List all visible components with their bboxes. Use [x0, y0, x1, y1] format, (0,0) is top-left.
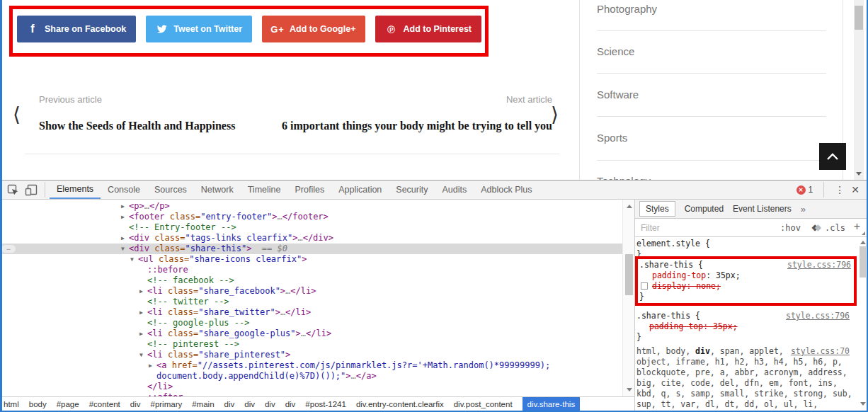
devtools-close-icon[interactable]: ✕: [851, 184, 860, 195]
scrollbar-up-arrow-icon[interactable]: [627, 205, 632, 208]
styles-filter-input[interactable]: Filter: [641, 223, 660, 233]
dom-node-line[interactable]: ▶<li class="share_facebook">…</li>: [139, 286, 316, 297]
element-style-selector[interactable]: element.style {: [636, 239, 852, 249]
inspect-element-icon[interactable]: [4, 182, 22, 198]
expand-arrow-icon[interactable]: ▶: [139, 328, 147, 339]
breadcrumb-item[interactable]: #content: [89, 397, 120, 411]
scrollbar-up-arrow-icon[interactable]: [860, 241, 866, 244]
expand-arrow-icon[interactable]: ▶: [121, 201, 129, 212]
stylesheet-link[interactable]: style.css:70: [791, 346, 850, 357]
breadcrumb-item[interactable]: div: [244, 397, 255, 411]
dom-node-line[interactable]: ▶<footer class="entry-footer">…</footer>: [121, 212, 329, 222]
css-selector[interactable]: .share-this {: [636, 311, 786, 321]
devtools-tab-console[interactable]: Console: [101, 181, 147, 198]
devtools-tab-timeline[interactable]: Timeline: [241, 181, 288, 198]
scrollbar-down-arrow-icon[interactable]: [856, 172, 862, 176]
more-tabs-icon[interactable]: »: [801, 204, 806, 214]
devtools-tab-application[interactable]: Application: [331, 181, 389, 198]
breadcrumb-item[interactable]: div: [224, 397, 235, 411]
devtools-tab-adblock-plus[interactable]: Adblock Plus: [474, 181, 539, 198]
collapse-arrow-icon[interactable]: ▼: [121, 244, 129, 254]
pinterest-share-button[interactable]: ℗Add to Pinterest: [375, 16, 481, 42]
scrollbar-down-arrow-icon[interactable]: [627, 388, 632, 391]
devtools-tab-sources[interactable]: Sources: [147, 181, 194, 198]
breadcrumb-item[interactable]: div.entry-content.clearfix: [356, 397, 444, 411]
sidebar-category-technology[interactable]: Technology: [597, 175, 651, 180]
devtools-tab-network[interactable]: Network: [194, 181, 241, 198]
previous-article-title[interactable]: Show the Seeds of Health and Happiness: [39, 120, 235, 132]
styles-scrollbar-thumb[interactable]: [860, 246, 866, 277]
declaration-checkbox[interactable]: [641, 282, 648, 290]
expand-arrow-icon[interactable]: ▶: [139, 286, 147, 297]
dom-node-line[interactable]: <!-- twitter -->: [147, 297, 229, 307]
breadcrumb-item[interactable]: body: [29, 397, 47, 411]
dom-node-line[interactable]: ::before: [147, 265, 188, 275]
breadcrumb-item[interactable]: #primary: [150, 397, 182, 411]
dom-node-line[interactable]: ▼<li class="share_pinterest">: [139, 350, 290, 360]
google-plus-share-button[interactable]: G+Add to Google+: [262, 16, 365, 42]
pseudo-state-toggle[interactable]: :hov: [780, 223, 801, 233]
dom-node-line[interactable]: ▶<div class="tags-links clearfix">…</div…: [121, 233, 333, 244]
breadcrumb-item-selected[interactable]: div.share-this: [522, 397, 581, 411]
breadcrumb-item[interactable]: div: [285, 397, 296, 411]
sidebar-category-science[interactable]: Science: [597, 45, 634, 57]
dom-node-line[interactable]: document.body.appendChild(e)%7D)());">…<…: [149, 371, 377, 382]
dom-node-line[interactable]: ▶<a href="//assets.pinterest.com/js/pinm…: [149, 360, 550, 371]
elements-scrollbar-thumb[interactable]: [625, 254, 633, 295]
twitter-share-button[interactable]: Tweet on Twitter: [146, 16, 252, 42]
css-selector[interactable]: html, body, div, span, applet,: [636, 346, 791, 357]
dom-node-line[interactable]: <!-- facebook -->: [147, 275, 234, 286]
console-error-badge[interactable]: ✕ 1: [796, 185, 813, 195]
breadcrumb-item[interactable]: html: [4, 397, 19, 411]
collapse-arrow-icon[interactable]: ▼: [130, 254, 138, 265]
devtools-tab-profiles[interactable]: Profiles: [287, 181, 331, 198]
devtools-tab-security[interactable]: Security: [389, 181, 435, 198]
breadcrumb-item[interactable]: div: [130, 397, 141, 411]
dom-node-selected[interactable]: ▼<div class="share-this"> == $0: [121, 244, 287, 254]
dom-node-line[interactable]: ▼<ul class="share-icons clearfix">: [130, 254, 307, 265]
stylesheet-link[interactable]: style.css:796: [787, 260, 851, 270]
next-article-chevron-icon[interactable]: ⟩: [551, 105, 559, 125]
css-selector[interactable]: .share-this {: [639, 260, 787, 270]
css-declaration[interactable]: padding-top: 35px;: [636, 321, 852, 332]
sidebar-category-sports[interactable]: Sports: [597, 132, 627, 144]
node-gutter-marker[interactable]: …: [1, 245, 16, 253]
breadcrumb-item[interactable]: #main: [192, 397, 214, 411]
breadcrumb-item[interactable]: div: [265, 397, 275, 411]
devtools-menu-icon[interactable]: ⋮: [835, 184, 845, 195]
expand-arrow-icon[interactable]: ▶: [121, 233, 129, 244]
expand-arrow-icon[interactable]: ▶: [121, 212, 129, 222]
tab-computed[interactable]: Computed: [685, 204, 724, 214]
dom-node-line[interactable]: ▶<li class="share_twitter">…</li>: [139, 307, 311, 318]
element-state-icon[interactable]: ◆◆: [812, 222, 821, 232]
sidebar-category-photography[interactable]: Photography: [597, 3, 657, 15]
facebook-share-button[interactable]: fShare on Facebook: [17, 16, 136, 42]
devtools-tab-elements[interactable]: Elements: [50, 181, 101, 199]
css-declaration[interactable]: padding-top: 35px;: [639, 270, 854, 281]
dom-node-line[interactable]: ▶<p>…</p>: [121, 201, 170, 212]
sidebar-category-software[interactable]: Software: [597, 88, 639, 101]
dom-node-line[interactable]: <!-- google-plus -->: [147, 318, 250, 328]
dom-node-line[interactable]: <!-- Entry-footer -->: [129, 222, 236, 233]
device-toolbar-icon[interactable]: [22, 182, 40, 198]
devtools-tab-audits[interactable]: Audits: [435, 181, 474, 198]
elements-panel-scrollbar[interactable]: [622, 200, 634, 396]
stylesheet-link[interactable]: style.css:796: [786, 311, 850, 321]
css-declaration[interactable]: display: none;: [639, 281, 854, 292]
dom-node-line[interactable]: </li>: [147, 382, 173, 392]
breadcrumb-item[interactable]: div.post_content: [454, 397, 513, 411]
page-scrollbar[interactable]: [854, 0, 864, 180]
scroll-to-top-button[interactable]: [819, 143, 846, 170]
tab-styles[interactable]: Styles: [639, 201, 675, 217]
tab-event-listeners[interactable]: Event Listeners: [733, 204, 792, 214]
scrollbar-down-arrow-icon[interactable]: [860, 402, 866, 406]
previous-article-chevron-icon[interactable]: ⟨: [13, 105, 21, 125]
class-toggle[interactable]: .cls: [825, 223, 845, 233]
expand-arrow-icon[interactable]: ▶: [149, 360, 156, 371]
breadcrumb-item[interactable]: #post-1241: [305, 397, 346, 411]
new-style-rule-button[interactable]: +: [854, 220, 860, 233]
collapse-arrow-icon[interactable]: ▼: [139, 350, 147, 360]
breadcrumb-item[interactable]: #page: [57, 397, 79, 411]
dom-node-line[interactable]: <!-- pinterest -->: [147, 339, 239, 350]
dom-node-line[interactable]: ▶<li class="share_google-plus">…</li>: [139, 328, 331, 339]
